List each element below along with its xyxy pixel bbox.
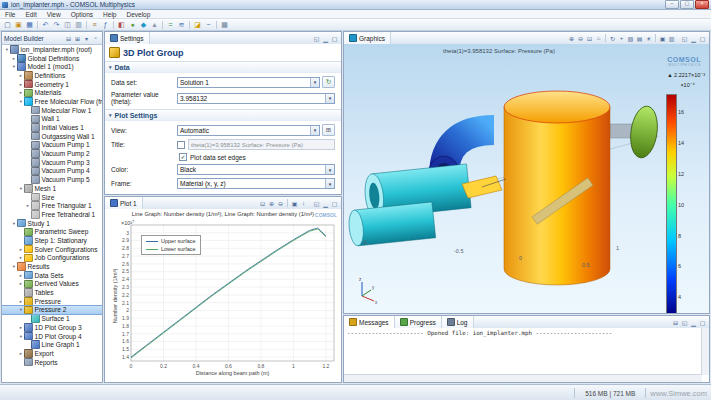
menu-help[interactable]: Help bbox=[98, 11, 121, 18]
minimize-window-icon[interactable]: – bbox=[665, 0, 679, 9]
physics-icon[interactable]: ◆ bbox=[139, 20, 149, 29]
study-icon[interactable]: ≋ bbox=[177, 20, 187, 29]
tree-item-results[interactable]: Results bbox=[2, 262, 102, 271]
tree-item-global-definitions[interactable]: Global Definitions bbox=[2, 54, 102, 63]
tree-item-definitions[interactable]: Definitions bbox=[2, 71, 102, 80]
plot-zoom-in-icon[interactable]: ⊕ bbox=[267, 200, 276, 207]
tab-log[interactable]: Log bbox=[442, 316, 474, 328]
compute-icon[interactable]: = bbox=[166, 20, 176, 29]
redo-icon[interactable]: ↷ bbox=[52, 20, 62, 29]
clear-log-icon[interactable]: ⊟ bbox=[671, 319, 680, 326]
plot-export-icon[interactable]: ↓ bbox=[299, 200, 308, 206]
maximize-panel-icon[interactable]: ▢ bbox=[698, 35, 707, 42]
float-panel-icon[interactable]: ◱ bbox=[312, 35, 321, 42]
section-data[interactable]: Data bbox=[105, 61, 341, 73]
plot-zoom-extents-icon[interactable]: ⊡ bbox=[258, 200, 267, 207]
tree-item-vacuum-pump-2[interactable]: Vacuum Pump 2 bbox=[2, 149, 102, 158]
parameters-icon[interactable]: ≡ bbox=[90, 20, 100, 29]
data-set-select[interactable]: Solution 1 bbox=[177, 77, 320, 88]
scene-light-icon[interactable]: ☀ bbox=[644, 35, 653, 42]
tree-item-free-molecular-flow-fmf[interactable]: Free Molecular Flow (fmf) bbox=[2, 97, 102, 106]
menu-view[interactable]: View bbox=[42, 11, 66, 18]
pan-icon[interactable]: + bbox=[617, 35, 626, 41]
tab-graphics[interactable]: Graphics bbox=[344, 32, 391, 44]
tree-item-materials[interactable]: Materials bbox=[2, 88, 102, 97]
tree-item-derived-values[interactable]: Derived Values bbox=[2, 280, 102, 289]
color-select[interactable]: Black bbox=[177, 164, 335, 175]
tree-item-1d-plot-group-4[interactable]: 1D Plot Group 4 bbox=[2, 332, 102, 341]
plot-group-icon[interactable]: ◪ bbox=[193, 20, 203, 29]
section-plot-settings[interactable]: Plot Settings bbox=[105, 109, 341, 121]
maximize-window-icon[interactable]: ▢ bbox=[680, 0, 694, 9]
tree-item-study-1[interactable]: Study 1 bbox=[2, 219, 102, 228]
tree-item-mesh-1[interactable]: Mesh 1 bbox=[2, 184, 102, 193]
tree-item-job-configurations[interactable]: Job Configurations bbox=[2, 254, 102, 263]
tree-item-tables[interactable]: Tables bbox=[2, 288, 102, 297]
parameter-value-select[interactable]: 3.958132 bbox=[177, 93, 335, 104]
float-panel-icon[interactable]: ◱ bbox=[680, 319, 689, 326]
undo-icon[interactable]: ↶ bbox=[41, 20, 51, 29]
plot-1d-icon[interactable]: ~ bbox=[204, 20, 214, 29]
refresh-solution-icon[interactable]: ↻ bbox=[322, 76, 335, 88]
tab-settings[interactable]: Settings bbox=[105, 32, 150, 44]
print-graphics-icon[interactable]: ▥ bbox=[667, 35, 676, 42]
tree-item-step-1-stationary[interactable]: Step 1: Stationary bbox=[2, 236, 102, 245]
tree-item-pressure-2[interactable]: Pressure 2 bbox=[2, 306, 102, 315]
view-select[interactable]: Automatic bbox=[177, 125, 320, 136]
tree-item-molecular-flow-1[interactable]: Molecular Flow 1 bbox=[2, 106, 102, 115]
snapshot-icon[interactable]: ▣ bbox=[658, 35, 667, 42]
graphics-scene[interactable]: z x y theta(1)=3.958132 Surface: Pressur… bbox=[344, 44, 709, 313]
functions-icon[interactable]: ƒ bbox=[101, 20, 111, 29]
transparency-icon[interactable]: ▧ bbox=[626, 35, 635, 42]
maximize-panel-icon[interactable]: ▢ bbox=[330, 35, 339, 42]
close-window-icon[interactable]: × bbox=[695, 0, 709, 9]
tree-item-model-1-mod1[interactable]: Model 1 (mod1) bbox=[2, 62, 102, 71]
menu-file[interactable]: File bbox=[0, 11, 20, 18]
tree-item-vacuum-pump-1[interactable]: Vacuum Pump 1 bbox=[2, 141, 102, 150]
tree-item-size[interactable]: Size bbox=[2, 193, 102, 202]
minimize-panel-icon[interactable]: ▁ bbox=[321, 35, 330, 42]
tab-progress[interactable]: Progress bbox=[395, 316, 442, 328]
save-icon[interactable]: ▦ bbox=[25, 20, 35, 29]
tree-item-vacuum-pump-4[interactable]: Vacuum Pump 4 bbox=[2, 167, 102, 176]
plot-zoom-out-icon[interactable]: ⊖ bbox=[276, 200, 285, 207]
plot-snapshot-icon[interactable]: ▣ bbox=[290, 200, 299, 207]
minimize-panel-icon[interactable]: ▁ bbox=[321, 200, 330, 207]
menu-edit[interactable]: Edit bbox=[20, 11, 41, 18]
messages-horizontal-scrollbar[interactable] bbox=[344, 374, 702, 382]
tree-item-data-sets[interactable]: Data Sets bbox=[2, 271, 102, 280]
minimize-panel-icon[interactable]: ▁ bbox=[689, 319, 698, 326]
orbit-icon[interactable]: ↻ bbox=[608, 35, 617, 42]
tree-item-wall-1[interactable]: Wall 1 bbox=[2, 115, 102, 124]
windows-icon[interactable]: ▩ bbox=[220, 20, 230, 29]
maximize-panel-icon[interactable]: ▢ bbox=[330, 200, 339, 207]
title-checkbox[interactable] bbox=[177, 141, 185, 149]
float-panel-icon[interactable]: ◱ bbox=[312, 200, 321, 207]
expand-all-icon[interactable]: ⊞ bbox=[73, 35, 82, 42]
paste-icon[interactable]: ▥ bbox=[74, 20, 84, 29]
new-file-icon[interactable]: ▢ bbox=[3, 20, 13, 29]
maximize-panel-icon[interactable]: ▢ bbox=[698, 319, 707, 326]
collapse-all-icon[interactable]: ⊟ bbox=[64, 35, 73, 42]
frame-select[interactable]: Material (x, y, z) bbox=[177, 178, 335, 189]
plot-edges-checkbox[interactable] bbox=[179, 153, 187, 161]
float-panel-icon[interactable]: ▫ bbox=[91, 35, 100, 41]
zoom-extents-icon[interactable]: ⊡ bbox=[585, 35, 594, 42]
tree-item-1d-plot-group-3[interactable]: 1D Plot Group 3 bbox=[2, 323, 102, 332]
mesh-icon[interactable]: ▲ bbox=[150, 20, 160, 29]
tree-item-ion-implanter-mph-root[interactable]: ion_implanter.mph (root) bbox=[2, 45, 102, 54]
tree-item-vacuum-pump-5[interactable]: Vacuum Pump 5 bbox=[2, 175, 102, 184]
tree-item-export[interactable]: Export bbox=[2, 349, 102, 358]
tree-item-vacuum-pump-3[interactable]: Vacuum Pump 3 bbox=[2, 158, 102, 167]
menu-options[interactable]: Options bbox=[66, 11, 98, 18]
tab-messages[interactable]: Messages bbox=[344, 316, 395, 328]
zoom-out-icon[interactable]: ⊖ bbox=[576, 35, 585, 42]
tree-item-reports[interactable]: Reports bbox=[2, 358, 102, 367]
menu-develop[interactable]: Develop bbox=[121, 11, 155, 18]
minimize-panel-icon[interactable]: ▁ bbox=[689, 35, 698, 42]
tree-item-outgassing-wall-1[interactable]: Outgassing Wall 1 bbox=[2, 132, 102, 141]
tree-item-line-graph-1[interactable]: Line Graph 1 bbox=[2, 340, 102, 349]
geometry-icon[interactable]: ◧ bbox=[117, 20, 127, 29]
tab-plot-1[interactable]: Plot 1 bbox=[105, 197, 143, 209]
tree-item-pressure[interactable]: Pressure bbox=[2, 297, 102, 306]
